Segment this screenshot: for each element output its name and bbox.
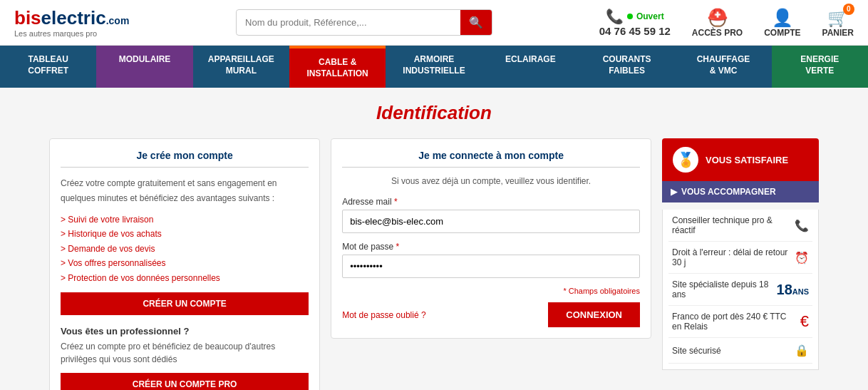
create-pro-account-button[interactable]: CRÉER UN COMPTE PRO (61, 373, 309, 390)
login-title: Je me connecte à mon compte (342, 150, 640, 168)
columns: Je crée mon compte Créez votre compte gr… (49, 138, 819, 390)
login-card: Je me connecte à mon compte Si vous avez… (331, 138, 651, 339)
benefit-2[interactable]: Historique de vos achats (61, 227, 309, 241)
badge-18: 18ANS (777, 282, 809, 298)
service-franco: Franco de port dès 240 € TTC en Relais € (668, 306, 812, 338)
acces-pro-button[interactable]: ⛑️ ACCÈS PRO (692, 8, 743, 38)
benefit-3[interactable]: Demande de vos devis (61, 242, 309, 256)
nav-chauffage-vmc[interactable]: CHAUFFAGE& VMC (675, 46, 771, 88)
nav-appareillage-mural[interactable]: APPAREILLAGEMURAL (193, 46, 289, 88)
email-group: Adresse mail * (342, 197, 640, 233)
password-group: Mot de passe * (342, 242, 640, 278)
pro-title: Vous êtes un professionnel ? (61, 326, 309, 337)
service-specialiste: Site spécialiste depuis 18 ans 18ANS (668, 274, 812, 306)
benefit-4[interactable]: Vos offres personnalisées (61, 256, 309, 270)
services-list: Conseiller technique pro & réactif 📞 Dro… (662, 210, 819, 370)
page-title: Identification (49, 102, 819, 124)
password-label: Mot de passe * (342, 242, 640, 252)
panier-label: PANIER (822, 28, 854, 38)
create-account-card: Je crée mon compte Créez votre compte gr… (49, 138, 320, 390)
benefits-list: Suivi de votre livraison Historique de v… (61, 212, 309, 285)
pro-section: Vous êtes un professionnel ? Créez un co… (61, 326, 309, 390)
cart-icon-wrap: 🛒 0 (827, 8, 849, 28)
header: biselectric.com Les autres marques pro 🔍… (0, 0, 868, 46)
nav-tableau-coffret[interactable]: TABLEAUCOFFRET (0, 46, 96, 88)
compte-button[interactable]: 👤 COMPTE (764, 8, 800, 38)
nav-modulaire[interactable]: MODULAIRE (96, 46, 192, 88)
nav-armoire-industrielle[interactable]: ARMOIREINDUSTRIELLE (386, 46, 482, 88)
satisfaction-panel: 🏅 VOUS SATISFAIRE ▶ VOUS ACCOMPAGNER Con… (662, 138, 819, 370)
search-button[interactable]: 🔍 (460, 10, 492, 35)
password-field[interactable] (342, 255, 640, 278)
acces-pro-label: ACCÈS PRO (692, 28, 743, 38)
service-specialiste-text: Site spécialiste depuis 18 ans (672, 279, 771, 299)
search-bar: 🔍 (236, 9, 492, 36)
clock-icon: ⏰ (795, 251, 809, 265)
login-subtitle: Si vous avez déjà un compte, veuillez vo… (342, 176, 640, 186)
main-content: Identification Je crée mon compte Créez … (42, 102, 826, 390)
service-franco-text: Franco de port dès 240 € TTC en Relais (672, 312, 795, 332)
service-conseiller-text: Conseiller technique pro & réactif (672, 215, 789, 235)
logo-sub: Les autres marques pro (14, 29, 97, 38)
cart-badge: 0 (843, 4, 854, 15)
user-icon: 👤 (772, 8, 793, 28)
service-retour-text: Droit à l'erreur : délai de retour 30 j (672, 247, 789, 267)
email-field[interactable] (342, 210, 640, 233)
forgot-password-link[interactable]: Mot de passe oublié ? (342, 310, 425, 320)
lock-icon: 🔒 (795, 344, 809, 357)
panier-button[interactable]: 🛒 0 PANIER (822, 8, 854, 38)
accompagner-bar: ▶ VOUS ACCOMPAGNER (662, 181, 819, 202)
nav-bar: TABLEAUCOFFRET MODULAIRE APPAREILLAGEMUR… (0, 46, 868, 88)
nav-courants-faibles[interactable]: COURANTSFAIBLES (579, 46, 675, 88)
hard-hat-icon: ⛑️ (707, 8, 728, 28)
service-conseiller: Conseiller technique pro & réactif 📞 (668, 210, 812, 242)
service-securise: Site sécurisé 🔒 (668, 338, 812, 364)
search-input[interactable] (237, 11, 460, 34)
login-button[interactable]: CONNEXION (548, 302, 640, 327)
phone-icon: 📞 (606, 8, 624, 25)
service-retour: Droit à l'erreur : délai de retour 30 j … (668, 242, 812, 274)
benefit-5[interactable]: Protection de vos données personnelles (61, 271, 309, 285)
open-status: Ouvert (636, 11, 664, 21)
phone-number[interactable]: 04 76 45 59 12 (599, 25, 671, 37)
phone-icon: 📞 (795, 219, 809, 232)
nav-energie-verte[interactable]: ENERGIEVERTE (772, 46, 868, 88)
phone-block: 📞 Ouvert 04 76 45 59 12 (599, 8, 671, 37)
euro-icon: € (800, 312, 809, 331)
accompagner-label: VOUS ACCOMPAGNER (681, 187, 776, 197)
logo-text: biselectric.com (14, 7, 129, 29)
medal-icon: 🏅 (673, 147, 698, 173)
pro-desc: Créez un compte pro et bénéficiez de bea… (61, 340, 309, 366)
create-account-title: Je crée mon compte (61, 150, 309, 168)
create-account-desc: Créez votre compte gratuitement et sans … (61, 176, 309, 205)
nav-eclairage[interactable]: ECLAIRAGE (482, 46, 579, 88)
mandatory-note: * Champs obligatoires (342, 287, 640, 295)
satisfaction-title: VOUS SATISFAIRE (706, 155, 788, 165)
phone-top: 📞 Ouvert (606, 8, 664, 25)
forgot-row: Mot de passe oublié ? CONNEXION (342, 302, 640, 327)
email-label: Adresse mail * (342, 197, 640, 207)
create-account-button[interactable]: CRÉER UN COMPTE (61, 292, 309, 315)
header-right: 📞 Ouvert 04 76 45 59 12 ⛑️ ACCÈS PRO 👤 C… (599, 8, 854, 38)
satisfaction-header: 🏅 VOUS SATISFAIRE (662, 138, 819, 181)
compte-label: COMPTE (764, 28, 800, 38)
service-securise-text: Site sécurisé (672, 346, 789, 356)
nav-cable-installation[interactable]: CABLE &INSTALLATION (289, 46, 386, 88)
benefit-1[interactable]: Suivi de votre livraison (61, 212, 309, 227)
arrow-icon: ▶ (671, 187, 677, 197)
logo[interactable]: biselectric.com Les autres marques pro (14, 7, 129, 38)
status-dot (627, 14, 633, 19)
